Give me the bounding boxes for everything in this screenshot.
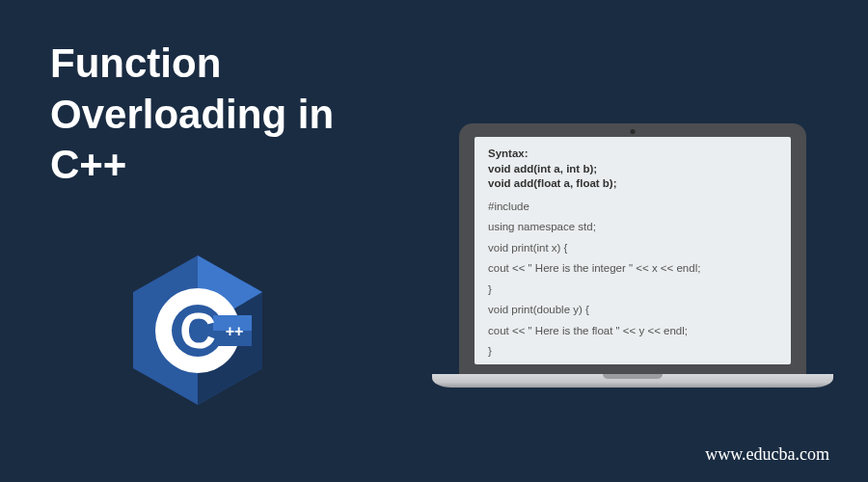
syntax-label: Syntax: [488,147,529,159]
svg-text:++: ++ [226,323,244,339]
syntax-line-1: void add(int a, int b); [488,163,597,174]
laptop-camera-icon [631,129,636,134]
code-line: using namespace std; [488,222,777,233]
cpp-logo: C ++ [130,255,265,405]
laptop-screen: Syntax: void add(int a, int b); void add… [475,137,791,364]
laptop-illustration: Syntax: void add(int a, int b); void add… [432,123,833,413]
page-title: Function Overloading in C++ [50,39,334,191]
code-line: void print(int x) { [488,243,777,254]
code-line: cout << " Here is the float " << y << en… [488,326,777,337]
laptop-frame: Syntax: void add(int a, int b); void add… [459,123,806,374]
title-line-3: C++ [50,142,126,187]
title-line-2: Overloading in [50,92,334,137]
website-url: www.educba.com [705,444,829,465]
code-syntax-block: Syntax: void add(int a, int b); void add… [488,147,777,192]
svg-text:C: C [179,303,216,359]
laptop-base [432,374,833,388]
code-line: } [488,346,777,358]
code-line: void print(double y) { [488,305,777,316]
code-line: cout << " Here is the integer " << x << … [488,263,777,275]
syntax-line-2: void add(float a, float b); [488,177,617,189]
title-line-1: Function [50,40,221,86]
code-line: } [488,284,777,296]
laptop-notch [603,374,663,379]
code-line: #include [488,201,777,213]
